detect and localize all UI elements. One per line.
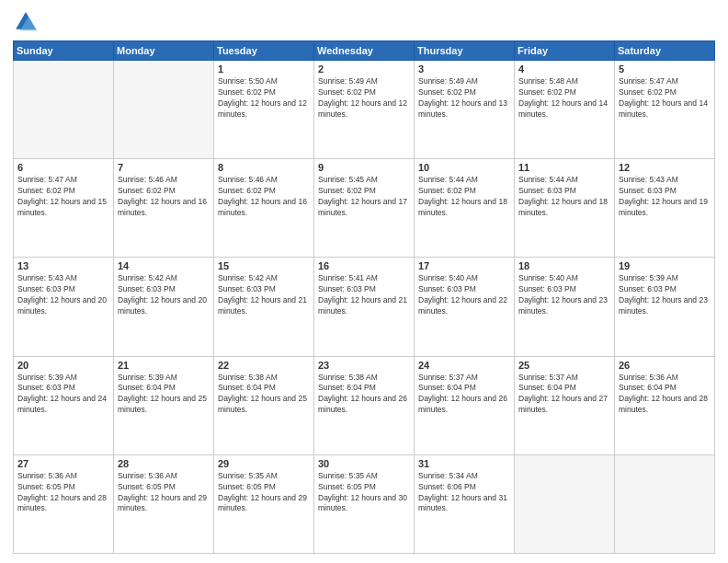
day-number: 5 [619, 63, 711, 75]
calendar-cell: 20Sunrise: 5:39 AM Sunset: 6:03 PM Dayli… [14, 356, 114, 454]
day-info: Sunrise: 5:38 AM Sunset: 6:04 PM Dayligh… [218, 373, 310, 417]
day-number: 30 [318, 458, 410, 469]
day-info: Sunrise: 5:44 AM Sunset: 6:03 PM Dayligh… [518, 175, 610, 219]
day-number: 25 [518, 360, 610, 371]
day-number: 23 [318, 360, 410, 371]
day-info: Sunrise: 5:35 AM Sunset: 6:05 PM Dayligh… [318, 471, 410, 515]
day-number: 18 [518, 260, 610, 271]
day-number: 27 [17, 458, 109, 469]
calendar-cell: 2Sunrise: 5:49 AM Sunset: 6:02 PM Daylig… [314, 61, 415, 159]
logo-icon [13, 9, 39, 35]
calendar-cell [615, 454, 715, 553]
calendar-cell: 26Sunrise: 5:36 AM Sunset: 6:04 PM Dayli… [615, 356, 715, 454]
day-number: 29 [218, 458, 310, 469]
calendar-cell: 3Sunrise: 5:49 AM Sunset: 6:02 PM Daylig… [415, 61, 515, 159]
day-info: Sunrise: 5:47 AM Sunset: 6:02 PM Dayligh… [17, 175, 109, 219]
calendar-cell: 22Sunrise: 5:38 AM Sunset: 6:04 PM Dayli… [214, 356, 314, 454]
calendar-week-row: 6Sunrise: 5:47 AM Sunset: 6:02 PM Daylig… [14, 159, 715, 258]
calendar-cell [14, 61, 114, 159]
day-number: 20 [17, 360, 109, 371]
page: SundayMondayTuesdayWednesdayThursdayFrid… [0, 0, 728, 563]
day-number: 1 [218, 63, 310, 75]
calendar-cell: 25Sunrise: 5:37 AM Sunset: 6:04 PM Dayli… [515, 356, 615, 454]
day-number: 15 [218, 260, 310, 271]
calendar-cell: 6Sunrise: 5:47 AM Sunset: 6:02 PM Daylig… [14, 159, 114, 258]
weekday-header: Thursday [415, 41, 515, 61]
day-number: 10 [418, 162, 510, 173]
day-info: Sunrise: 5:44 AM Sunset: 6:02 PM Dayligh… [418, 175, 510, 219]
calendar-week-row: 27Sunrise: 5:36 AM Sunset: 6:05 PM Dayli… [14, 454, 715, 553]
day-info: Sunrise: 5:41 AM Sunset: 6:03 PM Dayligh… [318, 273, 410, 317]
day-info: Sunrise: 5:40 AM Sunset: 6:03 PM Dayligh… [518, 273, 610, 317]
calendar-cell: 11Sunrise: 5:44 AM Sunset: 6:03 PM Dayli… [515, 159, 615, 258]
weekday-header: Monday [114, 41, 214, 61]
day-info: Sunrise: 5:42 AM Sunset: 6:03 PM Dayligh… [118, 273, 210, 317]
calendar-body: 1Sunrise: 5:50 AM Sunset: 6:02 PM Daylig… [14, 61, 715, 554]
day-number: 6 [17, 162, 109, 173]
day-number: 22 [218, 360, 310, 371]
day-number: 17 [418, 260, 510, 271]
day-number: 3 [418, 63, 510, 75]
day-info: Sunrise: 5:49 AM Sunset: 6:02 PM Dayligh… [418, 76, 510, 121]
calendar-cell: 4Sunrise: 5:48 AM Sunset: 6:02 PM Daylig… [515, 61, 615, 159]
calendar: SundayMondayTuesdayWednesdayThursdayFrid… [13, 40, 715, 554]
calendar-cell: 19Sunrise: 5:39 AM Sunset: 6:03 PM Dayli… [615, 258, 715, 356]
calendar-cell: 12Sunrise: 5:43 AM Sunset: 6:03 PM Dayli… [615, 159, 715, 258]
calendar-cell: 30Sunrise: 5:35 AM Sunset: 6:05 PM Dayli… [314, 454, 415, 553]
day-number: 4 [518, 63, 610, 75]
calendar-cell: 27Sunrise: 5:36 AM Sunset: 6:05 PM Dayli… [14, 454, 114, 553]
calendar-cell [114, 61, 214, 159]
day-number: 14 [118, 260, 210, 271]
day-info: Sunrise: 5:39 AM Sunset: 6:03 PM Dayligh… [619, 273, 711, 317]
day-info: Sunrise: 5:48 AM Sunset: 6:02 PM Dayligh… [518, 76, 610, 121]
calendar-cell: 10Sunrise: 5:44 AM Sunset: 6:02 PM Dayli… [415, 159, 515, 258]
calendar-cell [515, 454, 615, 553]
calendar-cell: 7Sunrise: 5:46 AM Sunset: 6:02 PM Daylig… [114, 159, 214, 258]
day-info: Sunrise: 5:36 AM Sunset: 6:04 PM Dayligh… [619, 373, 711, 417]
day-info: Sunrise: 5:34 AM Sunset: 6:06 PM Dayligh… [418, 471, 510, 515]
day-number: 19 [619, 260, 711, 271]
calendar-cell: 21Sunrise: 5:39 AM Sunset: 6:04 PM Dayli… [114, 356, 214, 454]
day-info: Sunrise: 5:43 AM Sunset: 6:03 PM Dayligh… [17, 273, 109, 317]
day-info: Sunrise: 5:45 AM Sunset: 6:02 PM Dayligh… [318, 175, 410, 219]
day-number: 8 [218, 162, 310, 173]
day-number: 26 [619, 360, 711, 371]
day-number: 11 [518, 162, 610, 173]
weekday-header: Saturday [615, 41, 715, 61]
day-info: Sunrise: 5:50 AM Sunset: 6:02 PM Dayligh… [218, 76, 310, 121]
day-info: Sunrise: 5:42 AM Sunset: 6:03 PM Dayligh… [218, 273, 310, 317]
calendar-cell: 24Sunrise: 5:37 AM Sunset: 6:04 PM Dayli… [415, 356, 515, 454]
weekday-header: Friday [515, 41, 615, 61]
calendar-cell: 31Sunrise: 5:34 AM Sunset: 6:06 PM Dayli… [415, 454, 515, 553]
calendar-header: SundayMondayTuesdayWednesdayThursdayFrid… [14, 41, 715, 61]
day-number: 12 [619, 162, 711, 173]
day-info: Sunrise: 5:39 AM Sunset: 6:03 PM Dayligh… [17, 373, 109, 417]
day-number: 16 [318, 260, 410, 271]
day-number: 9 [318, 162, 410, 173]
day-number: 24 [418, 360, 510, 371]
calendar-cell: 14Sunrise: 5:42 AM Sunset: 6:03 PM Dayli… [114, 258, 214, 356]
day-info: Sunrise: 5:46 AM Sunset: 6:02 PM Dayligh… [218, 175, 310, 219]
calendar-cell: 16Sunrise: 5:41 AM Sunset: 6:03 PM Dayli… [314, 258, 415, 356]
day-info: Sunrise: 5:47 AM Sunset: 6:02 PM Dayligh… [619, 76, 711, 121]
calendar-cell: 17Sunrise: 5:40 AM Sunset: 6:03 PM Dayli… [415, 258, 515, 356]
calendar-cell: 18Sunrise: 5:40 AM Sunset: 6:03 PM Dayli… [515, 258, 615, 356]
day-number: 13 [17, 260, 109, 271]
calendar-cell: 1Sunrise: 5:50 AM Sunset: 6:02 PM Daylig… [214, 61, 314, 159]
weekday-header: Wednesday [314, 41, 415, 61]
day-number: 21 [118, 360, 210, 371]
calendar-cell: 23Sunrise: 5:38 AM Sunset: 6:04 PM Dayli… [314, 356, 415, 454]
calendar-cell: 8Sunrise: 5:46 AM Sunset: 6:02 PM Daylig… [214, 159, 314, 258]
header [13, 9, 715, 35]
day-info: Sunrise: 5:35 AM Sunset: 6:05 PM Dayligh… [218, 471, 310, 515]
day-info: Sunrise: 5:37 AM Sunset: 6:04 PM Dayligh… [418, 373, 510, 417]
day-info: Sunrise: 5:38 AM Sunset: 6:04 PM Dayligh… [318, 373, 410, 417]
day-number: 2 [318, 63, 410, 75]
day-info: Sunrise: 5:49 AM Sunset: 6:02 PM Dayligh… [318, 76, 410, 121]
calendar-cell: 29Sunrise: 5:35 AM Sunset: 6:05 PM Dayli… [214, 454, 314, 553]
day-info: Sunrise: 5:40 AM Sunset: 6:03 PM Dayligh… [418, 273, 510, 317]
calendar-week-row: 13Sunrise: 5:43 AM Sunset: 6:03 PM Dayli… [14, 258, 715, 356]
day-info: Sunrise: 5:36 AM Sunset: 6:05 PM Dayligh… [118, 471, 210, 515]
day-info: Sunrise: 5:46 AM Sunset: 6:02 PM Dayligh… [118, 175, 210, 219]
weekday-header: Sunday [14, 41, 114, 61]
